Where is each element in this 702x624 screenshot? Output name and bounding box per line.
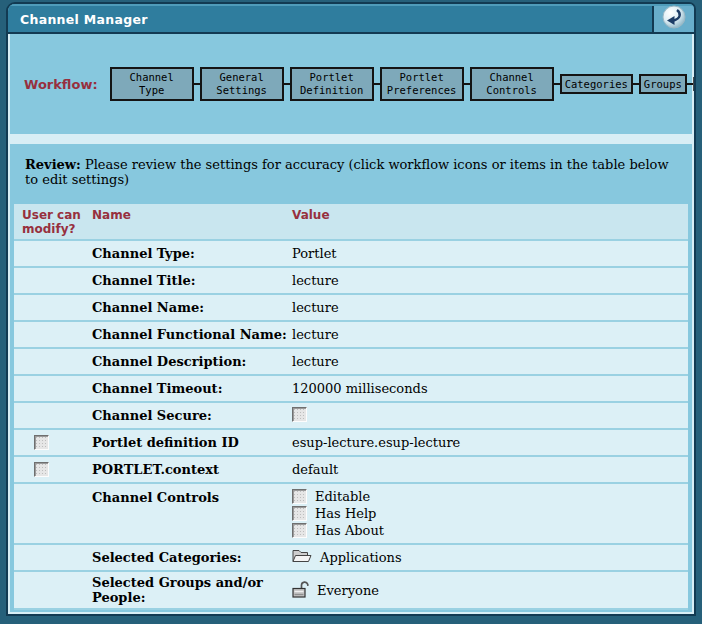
editable-label: Editable xyxy=(315,489,370,504)
workflow-label: Workflow: xyxy=(24,77,98,92)
folder-open-icon xyxy=(292,548,312,567)
category-value: Applications xyxy=(320,550,402,565)
workflow-step-groups[interactable]: Groups xyxy=(639,74,687,95)
row-name[interactable]: Selected Groups and/or People: xyxy=(92,575,292,605)
channel-secure-checkbox[interactable] xyxy=(292,407,307,422)
workflow-step-categories[interactable]: Categories xyxy=(560,74,633,95)
row-name[interactable]: PORTLET.context xyxy=(92,462,292,477)
row-value: 120000 milliseconds xyxy=(292,381,680,396)
header-user-can-modify: User can modify? xyxy=(22,208,92,236)
has-help-label: Has Help xyxy=(315,506,376,521)
row-value: default xyxy=(292,462,680,477)
table-row-channel-functional-name[interactable]: Channel Functional Name: lecture xyxy=(14,320,688,347)
row-name[interactable]: Channel Secure: xyxy=(92,408,292,423)
row-value: esup-lecture.esup-lecture xyxy=(292,435,680,450)
table-row-portlet-context[interactable]: PORTLET.context default xyxy=(14,455,688,482)
row-name[interactable]: Portlet definition ID xyxy=(92,435,292,450)
table-header-row: User can modify? Name Value xyxy=(14,204,688,239)
table-row-channel-timeout[interactable]: Channel Timeout: 120000 milliseconds xyxy=(14,374,688,401)
control-editable: Editable xyxy=(292,489,680,504)
workflow-step-portlet-preferences[interactable]: Portlet Preferences xyxy=(380,67,464,100)
row-name[interactable]: Channel Name: xyxy=(92,300,292,315)
user-modify-checkbox[interactable] xyxy=(34,462,49,477)
group-value: Everyone xyxy=(317,583,379,598)
channel-manager-window: Channel Manager xyxy=(6,2,696,616)
settings-table: User can modify? Name Value Channel Type… xyxy=(14,204,688,610)
window-title: Channel Manager xyxy=(8,12,652,27)
review-instructions: Review: Please review the settings for a… xyxy=(10,144,692,202)
control-has-about: Has About xyxy=(292,523,680,538)
has-help-checkbox[interactable] xyxy=(292,506,307,521)
table-row-channel-type[interactable]: Channel Type: Portlet xyxy=(14,239,688,266)
row-value: lecture xyxy=(292,327,680,342)
control-has-help: Has Help xyxy=(292,506,680,521)
workflow-step-general-settings[interactable]: General Settings xyxy=(200,67,284,100)
row-name[interactable]: Channel Description: xyxy=(92,354,292,369)
row-value: lecture xyxy=(292,300,680,315)
return-arrow-button[interactable] xyxy=(652,6,694,32)
row-name[interactable]: Channel Timeout: xyxy=(92,381,292,396)
table-row-selected-categories[interactable]: Selected Categories: Applications xyxy=(14,543,688,570)
workflow-step-channel-type[interactable]: Channel Type xyxy=(110,67,194,100)
user-modify-checkbox[interactable] xyxy=(34,435,49,450)
row-value: lecture xyxy=(292,273,680,288)
table-row-channel-description[interactable]: Channel Description: lecture xyxy=(14,347,688,374)
row-name[interactable]: Channel Controls xyxy=(92,487,292,505)
row-name[interactable]: Channel Title: xyxy=(92,273,292,288)
has-about-checkbox[interactable] xyxy=(292,523,307,538)
table-row-channel-title[interactable]: Channel Title: lecture xyxy=(14,266,688,293)
header-name: Name xyxy=(92,208,292,236)
content-area: Workflow: Channel Type General Settings … xyxy=(8,34,694,614)
table-row-channel-secure[interactable]: Channel Secure: xyxy=(14,401,688,428)
return-arrow-icon xyxy=(662,5,686,33)
has-about-label: Has About xyxy=(315,523,384,538)
row-name[interactable]: Selected Categories: xyxy=(92,550,292,565)
workflow-section: Workflow: Channel Type General Settings … xyxy=(10,34,692,134)
divider-strip xyxy=(10,134,692,144)
row-name[interactable]: Channel Type: xyxy=(92,246,292,261)
table-row-channel-controls[interactable]: Channel Controls Editable Has Help Has A… xyxy=(14,482,688,543)
workflow-steps: Channel Type General Settings Portlet De… xyxy=(110,67,686,100)
table-row-selected-groups[interactable]: Selected Groups and/or People: Everyone xyxy=(14,570,688,608)
table-row-portlet-definition-id[interactable]: Portlet definition ID esup-lecture.esup-… xyxy=(14,428,688,455)
header-value: Value xyxy=(292,208,680,236)
row-value: lecture xyxy=(292,354,680,369)
row-value: Portlet xyxy=(292,246,680,261)
table-row-channel-name[interactable]: Channel Name: lecture xyxy=(14,293,688,320)
row-name[interactable]: Channel Functional Name: xyxy=(92,327,292,342)
padlock-open-icon xyxy=(292,580,309,601)
workflow-arrow-icon xyxy=(693,77,696,91)
workflow-step-portlet-definition[interactable]: Portlet Definition xyxy=(290,67,374,100)
editable-checkbox[interactable] xyxy=(292,489,307,504)
review-label: Review: xyxy=(25,157,81,172)
title-bar: Channel Manager xyxy=(8,4,694,34)
workflow-step-channel-controls[interactable]: Channel Controls xyxy=(470,67,554,100)
review-text: Please review the settings for accuracy … xyxy=(25,157,669,187)
